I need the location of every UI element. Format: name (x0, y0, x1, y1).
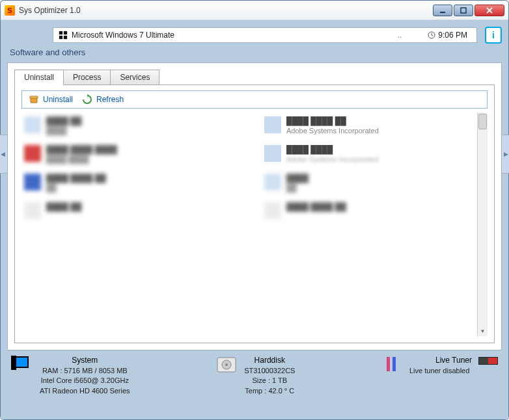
tab-services[interactable]: Services (110, 70, 159, 85)
toolbar: Uninstall Refresh (21, 90, 488, 109)
gpu-label: ATI Radeon HD 4600 Series (40, 386, 130, 396)
tab-uninstall[interactable]: Uninstall (14, 70, 64, 85)
hdd-model: ST31000322CS (244, 366, 295, 376)
uninstall-icon (29, 94, 39, 105)
tab-content: Uninstall Refresh ████ ██████ (14, 85, 495, 343)
system-status: System RAM : 5716 MB / 8053 MB Intel Cor… (11, 356, 130, 410)
svg-rect-5 (64, 36, 67, 39)
scrollbar[interactable]: ▼ (477, 112, 488, 336)
tuner-icon (381, 356, 403, 374)
window-buttons (433, 5, 504, 16)
info-button[interactable]: i (485, 27, 502, 44)
svg-rect-8 (30, 96, 38, 98)
window: S Sys Optimizer 1.0 Microsoft Windows 7 … (0, 0, 509, 420)
hdd-size: Size : 1 TB (252, 376, 287, 386)
tab-process[interactable]: Process (63, 70, 111, 85)
status-bar: System RAM : 5716 MB / 8053 MB Intel Cor… (7, 350, 502, 413)
list-item[interactable]: ██████ (264, 174, 485, 192)
hdd-temp: Temp : 42.0 ° C (245, 386, 294, 396)
window-title: Sys Optimizer 1.0 (19, 6, 433, 15)
svg-rect-0 (440, 12, 445, 13)
list-item[interactable]: ████ ██████ (24, 116, 245, 135)
info-icon: i (492, 30, 495, 40)
time-label: 9:06 PM (438, 31, 467, 40)
refresh-icon (82, 94, 92, 105)
titlebar[interactable]: S Sys Optimizer 1.0 (1, 1, 508, 20)
scroll-down-icon[interactable]: ▼ (478, 326, 488, 336)
live-title: Live Tuner (435, 356, 472, 365)
expand-left-button[interactable]: ◀ (0, 135, 7, 174)
windows-icon (59, 31, 68, 40)
close-icon (486, 7, 493, 14)
vendor-label: Adobe Systems Incorporated (286, 155, 379, 163)
scrollbar-thumb[interactable] (478, 114, 487, 129)
list-item[interactable]: ████ ██ (24, 202, 245, 219)
main-panel: ◀ ▶ Uninstall Process Services Uninstall (7, 62, 502, 350)
svg-rect-3 (64, 31, 67, 34)
cpu-label: Intel Core i5650@ 3.20GHz (41, 376, 129, 386)
clock-icon (428, 31, 435, 39)
infobar-separator: .. (398, 31, 402, 40)
live-tuner-status: Live Tuner Live tuner disabled (381, 356, 472, 410)
uninstall-label: Uninstall (43, 95, 73, 104)
minimize-button[interactable] (433, 5, 452, 16)
svg-point-13 (225, 363, 228, 366)
svg-rect-10 (11, 356, 16, 370)
infobar: Microsoft Windows 7 Ultimate .. 9:06 PM (53, 27, 477, 43)
hdd-title: Harddisk (255, 356, 285, 365)
software-list: ████ ██████ ████ ████ ██Adobe Systems In… (21, 112, 488, 336)
svg-rect-2 (59, 31, 62, 34)
live-state: Live tuner disabled (409, 366, 469, 376)
list-item[interactable]: ████ ████Adobe Systems Incorporated (264, 145, 485, 163)
client-area: Microsoft Windows 7 Ultimate .. 9:06 PM … (1, 20, 508, 419)
harddisk-icon (215, 356, 238, 374)
app-icon: S (5, 5, 15, 16)
list-item[interactable]: ████ ████ ████ (24, 174, 245, 192)
minimize-icon (439, 7, 446, 14)
list-item[interactable]: ████ ████ ██Adobe Systems Incorporated (264, 116, 485, 135)
ram-label: RAM : 5716 MB / 8053 MB (42, 366, 128, 376)
vendor-label: Adobe Systems Incorporated (286, 127, 379, 135)
uninstall-button[interactable]: Uninstall (29, 94, 73, 105)
svg-rect-1 (461, 8, 466, 13)
os-label: Microsoft Windows 7 Ultimate (72, 31, 372, 40)
svg-rect-15 (392, 357, 396, 371)
refresh-label: Refresh (96, 95, 124, 104)
maximize-button[interactable] (454, 5, 473, 16)
maximize-icon (460, 7, 467, 14)
refresh-button[interactable]: Refresh (82, 94, 124, 105)
tabs: Uninstall Process Services (8, 63, 501, 85)
svg-rect-4 (59, 36, 62, 39)
breadcrumb: Software and others (10, 47, 502, 57)
svg-rect-14 (387, 357, 390, 371)
live-led-icon (478, 357, 498, 365)
list-item[interactable]: ████ ████ ████████ ████ (24, 145, 245, 163)
expand-right-button[interactable]: ▶ (502, 135, 509, 174)
infobar-row: Microsoft Windows 7 Ultimate .. 9:06 PM … (7, 27, 502, 44)
close-button[interactable] (475, 5, 504, 16)
harddisk-status: Harddisk ST31000322CS Size : 1 TB Temp :… (215, 356, 295, 410)
system-title: System (72, 356, 98, 365)
list-item[interactable]: ████ ████ ██ (264, 202, 485, 219)
monitor-icon (11, 356, 33, 374)
